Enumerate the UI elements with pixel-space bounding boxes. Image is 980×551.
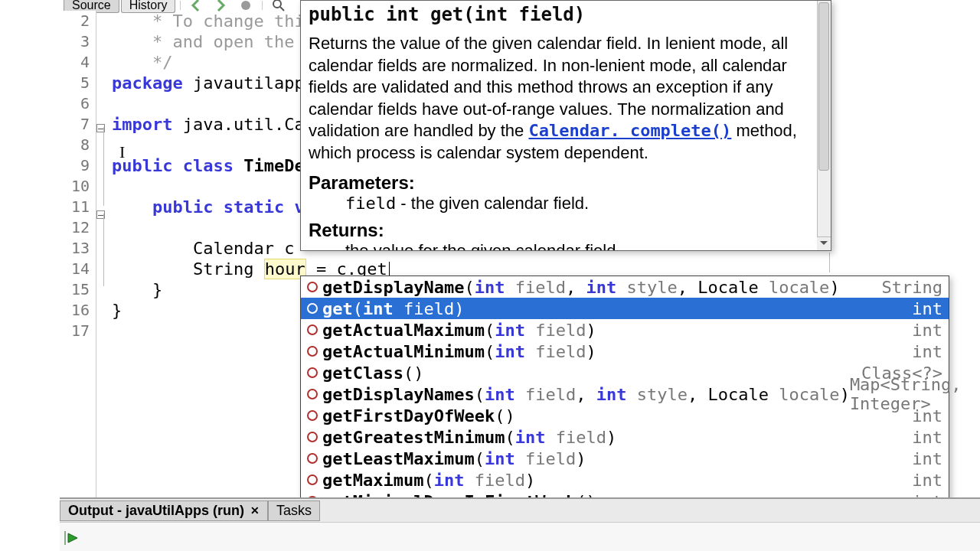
completion-item[interactable]: getLeastMaximum(int field)int: [301, 448, 949, 469]
close-icon[interactable]: ✕: [250, 504, 260, 517]
completion-item[interactable]: get(int field)int: [301, 298, 949, 319]
svg-point-0: [241, 1, 250, 10]
javadoc-link[interactable]: Calendar. complete(): [528, 121, 731, 140]
line-number: 7: [60, 114, 96, 135]
line-number: 4: [60, 52, 96, 73]
line-number: 9: [60, 155, 96, 176]
separator: [262, 1, 263, 10]
javadoc-popup: public int get(int field) Returns the va…: [300, 0, 831, 251]
completion-item[interactable]: getDisplayNames(int field, int style, Lo…: [301, 383, 949, 405]
completion-item[interactable]: getMaximum(int field)int: [301, 469, 949, 491]
tab-output[interactable]: Output - javaUtilApps (run)✕: [60, 500, 268, 521]
completion-item[interactable]: getActualMaximum(int field)int: [301, 319, 949, 341]
method-icon: [307, 432, 318, 442]
fold-guide: [103, 214, 104, 286]
run-icon[interactable]: [63, 529, 81, 547]
fold-column: [96, 11, 110, 551]
separator: [180, 1, 181, 10]
fold-guide: [103, 127, 104, 206]
line-number: 16: [60, 300, 96, 321]
line-number: 17: [60, 321, 96, 341]
gutter: 2 3 4 5 6 7 8 9 10 11 12 13 14 15 16 17: [60, 11, 96, 551]
javadoc-returns-heading: Returns:: [309, 220, 823, 241]
javadoc-scrollbar[interactable]: [817, 1, 831, 250]
text-caret-icon: I: [119, 142, 125, 162]
scrollbar-thumb[interactable]: [818, 2, 829, 171]
svg-point-1: [273, 0, 281, 8]
line-number: 12: [60, 217, 96, 238]
margin-guide: [829, 253, 830, 272]
line-number: 3: [60, 31, 96, 52]
method-icon: [307, 324, 318, 335]
line-number: 14: [60, 259, 96, 279]
method-icon: [307, 474, 318, 485]
method-icon: [307, 303, 318, 314]
line-number: 5: [60, 73, 96, 93]
javadoc-signature: public int get(int field): [309, 4, 823, 25]
javadoc-params-heading: Parameters:: [309, 172, 823, 194]
line-number: 2: [60, 11, 96, 31]
line-number: 15: [60, 279, 96, 300]
method-icon: [307, 346, 318, 357]
method-icon: [307, 453, 318, 464]
javadoc-param: field - the given calendar field.: [345, 194, 823, 214]
line-number: 8: [60, 135, 96, 155]
method-icon: [307, 367, 318, 378]
scroll-down-icon[interactable]: [817, 236, 831, 250]
completion-item[interactable]: getDisplayName(int field, int style, Loc…: [301, 276, 949, 298]
completion-item[interactable]: getFirstDayOfWeek()int: [301, 405, 949, 426]
completion-item[interactable]: getActualMinimum(int field)int: [301, 341, 949, 362]
line-number: 13: [60, 238, 96, 259]
line-number: 11: [60, 197, 96, 217]
tab-tasks[interactable]: Tasks: [268, 500, 320, 521]
method-icon: [307, 389, 318, 399]
javadoc-body: Returns the value of the given calendar …: [309, 33, 823, 165]
method-icon: [307, 282, 318, 292]
javadoc-return: the value for the given calendar field.: [345, 241, 823, 251]
bottom-panel: Output - javaUtilApps (run)✕ Tasks: [60, 497, 980, 551]
completion-item[interactable]: getGreatestMinimum(int field)int: [301, 426, 949, 448]
line-number: 10: [60, 176, 96, 197]
method-icon: [307, 410, 318, 421]
line-number: 6: [60, 93, 96, 114]
